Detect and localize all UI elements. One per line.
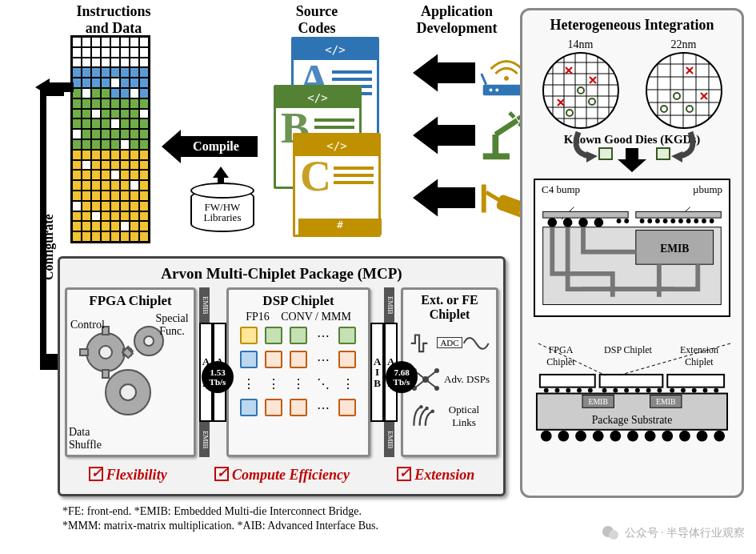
svg-text:EMIB: EMIB <box>656 397 676 406</box>
c4-bump-label: C4 bump <box>542 183 580 196</box>
svg-line-105 <box>538 343 606 375</box>
emib-bar: EMIB <box>199 422 210 457</box>
svg-point-42 <box>419 405 422 408</box>
svg-point-99 <box>694 219 698 223</box>
sine-icon <box>462 327 490 358</box>
svg-point-140 <box>679 430 690 441</box>
svg-point-100 <box>702 219 706 223</box>
emib-bar: EMIB <box>384 287 394 323</box>
svg-point-138 <box>645 430 656 441</box>
svg-rect-84 <box>543 211 628 218</box>
svg-point-113 <box>577 387 582 392</box>
fpga-special-label: Special Func. <box>152 312 192 338</box>
libraries-label: FW/HW Libraries <box>192 202 253 223</box>
svg-point-86 <box>547 218 557 227</box>
svg-point-89 <box>594 218 604 227</box>
svg-point-111 <box>555 387 560 392</box>
optical-label: Optical Links <box>438 403 490 429</box>
svg-rect-14 <box>492 134 498 155</box>
svg-point-41 <box>434 386 439 391</box>
svg-point-90 <box>617 219 622 223</box>
wechat-icon <box>601 524 620 543</box>
svg-point-91 <box>624 219 629 223</box>
svg-point-121 <box>670 387 674 392</box>
svg-point-46 <box>543 53 618 128</box>
source-code-stack: </> A </> B </> C# <box>261 37 381 229</box>
svg-point-88 <box>578 218 588 227</box>
svg-point-9 <box>495 89 498 92</box>
svg-point-22 <box>99 346 112 359</box>
svg-point-117 <box>624 387 629 392</box>
svg-point-144 <box>609 530 618 540</box>
svg-marker-5 <box>413 54 475 92</box>
fpga-chiplet: FPGA Chiplet Control Special Func. Data … <box>65 287 196 457</box>
svg-rect-85 <box>636 211 721 218</box>
libraries-cylinder: FW/HW Libraries <box>190 189 254 240</box>
svg-point-133 <box>558 430 570 441</box>
svg-point-122 <box>681 387 686 392</box>
pulse-icon <box>410 327 437 358</box>
svg-rect-18 <box>482 184 486 212</box>
svg-point-95 <box>663 219 668 223</box>
footnotes: *FE: front-end. *EMIB: Embedded Multi-di… <box>62 504 378 532</box>
svg-point-97 <box>678 219 683 223</box>
arrow-left-icon <box>413 168 475 227</box>
svg-line-106 <box>618 343 730 375</box>
arrow-left-icon <box>413 43 475 102</box>
svg-point-116 <box>613 387 618 392</box>
dsp-pe-grid: ⋯ ⋯ ⋮⋮⋮⋱⋮ ⋯ <box>234 327 363 416</box>
bandwidth-1-badge: 1.53 Tb/s <box>202 361 234 393</box>
optical-icon <box>410 401 438 432</box>
svg-marker-1 <box>35 78 74 96</box>
svg-text:EMIB: EMIB <box>660 242 689 254</box>
svg-rect-24 <box>102 370 109 378</box>
callout-lines <box>530 340 738 379</box>
app-dev-title: Application Development <box>405 3 509 37</box>
benefit-flex: Flexibility <box>106 467 167 483</box>
emib-cross-section: C4 bumpµbump EMIB <box>534 179 730 317</box>
svg-point-125 <box>714 387 718 392</box>
svg-point-93 <box>647 219 652 223</box>
kgd-arrows <box>538 129 730 163</box>
wafer-14nm-label: 14nm <box>542 38 620 51</box>
svg-point-132 <box>541 430 552 441</box>
svg-point-92 <box>640 219 645 223</box>
source-doc-c: </> C# <box>293 133 381 237</box>
wechat-watermark: 公众号 · 半导体行业观察 <box>601 524 746 543</box>
fpga-control-label: Control <box>70 319 105 331</box>
svg-point-44 <box>431 409 434 412</box>
mcp-title: Arvon Multi-Chiplet Package (MCP) <box>65 265 498 283</box>
svg-point-141 <box>697 430 708 441</box>
svg-rect-79 <box>599 148 612 159</box>
svg-point-137 <box>627 430 638 441</box>
emib-bar: EMIB <box>199 287 210 323</box>
svg-point-6 <box>504 76 509 81</box>
svg-point-135 <box>593 430 604 441</box>
svg-point-8 <box>490 89 493 92</box>
source-codes-title: Source Codes <box>277 3 357 37</box>
fpga-data-label: Data Shuffle <box>69 426 107 452</box>
adv-dsp-label: Adv. DSPs <box>444 373 490 386</box>
svg-line-10 <box>482 74 486 85</box>
configurate-arrowhead <box>35 78 74 96</box>
instructions-title: Instructions and Data <box>66 3 162 37</box>
app-icons-column <box>413 40 538 231</box>
emib-bar: EMIB <box>384 422 394 457</box>
conv-label: CONV / MMM <box>281 311 351 323</box>
wafer-22nm-label: 22nm <box>645 38 723 51</box>
svg-point-139 <box>662 430 673 441</box>
svg-point-98 <box>686 219 691 223</box>
svg-point-136 <box>610 430 621 441</box>
svg-point-123 <box>692 387 697 392</box>
svg-marker-77 <box>586 151 598 163</box>
svg-point-96 <box>670 219 675 223</box>
svg-marker-78 <box>671 151 682 163</box>
svg-point-119 <box>646 387 651 392</box>
svg-point-118 <box>635 387 640 392</box>
dsp-chiplet: DSP Chiplet FP16CONV / MMM ⋯ ⋯ ⋮⋮⋮⋱⋮ ⋯ <box>226 287 370 457</box>
bandwidth-2-badge: 7.68 Tb/s <box>386 361 418 393</box>
svg-rect-80 <box>657 148 670 159</box>
svg-point-115 <box>602 387 607 392</box>
adc-badge: ADC <box>437 337 462 348</box>
svg-point-32 <box>120 384 136 400</box>
